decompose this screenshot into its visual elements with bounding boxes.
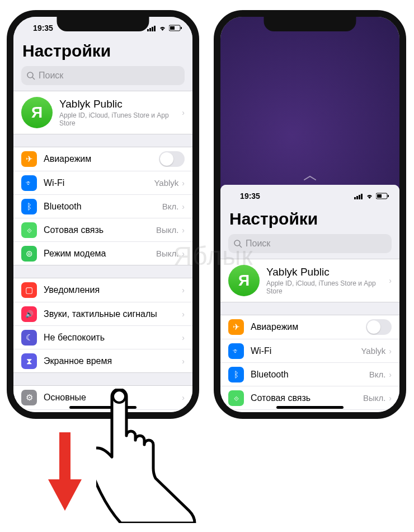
row-bluetooth[interactable]: ᛒ Bluetooth Вкл. › [13,194,192,218]
row-label: Авиарежим [251,322,366,332]
row-label: Звуки, тактильные сигналы [44,309,182,319]
profile-text: Yablyk Public Apple ID, iCloud, iTunes S… [266,266,389,295]
airplane-icon: ✈ [21,151,37,167]
airplane-icon: ✈ [228,319,244,335]
row-label: Авиарежим [44,154,159,164]
svg-rect-14 [388,195,389,197]
chevron-right-icon: › [389,276,392,285]
home-indicator[interactable] [69,406,137,409]
phone-frame-right: 19:35 Настройки Поиск Я [214,10,406,419]
svg-rect-9 [354,197,356,199]
search-field[interactable]: Поиск [21,66,185,85]
svg-rect-0 [147,29,149,31]
row-control-center[interactable]: ⊞ Пункт управления › [13,409,192,412]
screentime-icon: ⧗ [21,353,37,369]
profile-name: Yablyk Public [59,98,182,110]
row-label: Bluetooth [251,370,369,380]
row-value: Выкл. [156,225,178,235]
chevron-right-icon: › [182,333,185,342]
row-dnd[interactable]: ☾ Не беспокоить › [13,325,192,349]
dnd-icon: ☾ [21,330,37,346]
avatar: Я [21,97,53,128]
svg-line-8 [32,77,35,80]
svg-rect-3 [154,26,156,31]
row-sounds[interactable]: 🔊 Звуки, тактильные сигналы › [13,302,192,325]
row-screentime[interactable]: ⧗ Экранное время › [13,349,192,372]
row-value: Yablyk [361,346,385,356]
row-cellular[interactable]: ⟐ Сотовая связь Выкл. › [13,218,192,241]
chevron-right-icon: › [182,310,185,319]
row-hotspot[interactable]: ⊚ Режим модема Выкл. › [220,409,399,412]
wifi-icon: ᯤ [228,343,244,359]
row-label: Режим модема [44,249,156,259]
search-icon [27,72,35,80]
chevron-right-icon: › [389,347,392,356]
search-placeholder: Поиск [39,71,63,81]
profile-text: Yablyk Public Apple ID, iCloud, iTunes S… [59,98,182,127]
wifi-icon: ᯤ [21,175,37,191]
notifications-icon: ▢ [21,282,37,298]
home-indicator[interactable] [276,406,344,409]
row-label: Bluetooth [44,202,162,212]
row-notifications[interactable]: ▢ Уведомления › [13,278,192,302]
reachability-panel: 19:35 Настройки Поиск Я [220,185,399,412]
status-bar: 19:35 [220,185,399,207]
row-value: Выкл. [156,249,178,258]
row-label: Уведомления [44,285,182,295]
row-airplane[interactable]: ✈ Авиарежим [220,315,399,339]
row-label: Сотовая связь [251,393,363,403]
row-value: Вкл. [162,202,179,211]
row-value: Вкл. [369,370,386,379]
row-bluetooth[interactable]: ᛒ Bluetooth Вкл. › [220,362,399,386]
profile-subtitle: Apple ID, iCloud, iTunes Store и App Sto… [59,111,182,127]
chevron-right-icon: › [182,357,185,366]
chevron-right-icon: › [389,370,392,379]
status-time: 19:35 [23,24,63,32]
status-icons [354,193,389,199]
profile-name: Yablyk Public [266,266,389,278]
row-label: Основные [44,393,182,403]
reachability-chevron-icon [303,175,317,181]
row-wifi[interactable]: ᯤ Wi-Fi Yablyk › [220,339,399,362]
header: Настройки [220,207,399,232]
row-label: Wi-Fi [251,346,361,356]
chevron-right-icon: › [389,394,392,403]
row-apple-id[interactable]: Я Yablyk Public Apple ID, iCloud, iTunes… [13,91,192,134]
row-hotspot[interactable]: ⊚ Режим модема Выкл. › [13,241,192,265]
chevron-right-icon: › [182,226,185,235]
svg-rect-5 [181,27,182,29]
profile-subtitle: Apple ID, iCloud, iTunes Store и App Sto… [266,279,389,295]
row-wifi[interactable]: ᯤ Wi-Fi Yablyk › [13,171,192,194]
page-title: Настройки [22,41,184,60]
row-label: Не беспокоить [44,333,182,343]
page-title: Настройки [229,209,391,228]
status-icons [147,25,182,31]
avatar: Я [228,265,260,296]
search-field[interactable]: Поиск [228,234,392,253]
chevron-right-icon: › [182,393,185,402]
chevron-right-icon: › [182,249,185,258]
cellular-icon: ⟐ [21,222,37,238]
svg-rect-11 [359,195,360,199]
chevron-right-icon: › [182,179,185,188]
svg-rect-6 [170,26,175,30]
bluetooth-icon: ᛒ [21,199,37,214]
phone-frame-left: 19:35 Настройки Поиск Я Yablyk [7,10,199,419]
row-airplane[interactable]: ✈ Авиарежим [13,147,192,171]
cellular-icon: ⟐ [228,390,244,406]
row-label: Wi-Fi [44,178,154,188]
svg-point-16 [234,240,240,246]
header: Настройки [13,39,192,64]
svg-rect-12 [361,194,363,199]
airplane-toggle[interactable] [366,319,392,335]
row-apple-id[interactable]: Я Yablyk Public Apple ID, iCloud, iTunes… [220,259,399,302]
svg-rect-10 [356,196,358,199]
chevron-right-icon: › [182,202,185,211]
group-profile: Я Yablyk Public Apple ID, iCloud, iTunes… [220,259,399,302]
svg-point-7 [27,72,33,78]
chevron-right-icon: › [182,108,185,117]
svg-rect-15 [377,194,382,198]
row-value: Yablyk [154,178,178,188]
screen-left: 19:35 Настройки Поиск Я Yablyk [13,17,192,412]
airplane-toggle[interactable] [159,151,185,167]
